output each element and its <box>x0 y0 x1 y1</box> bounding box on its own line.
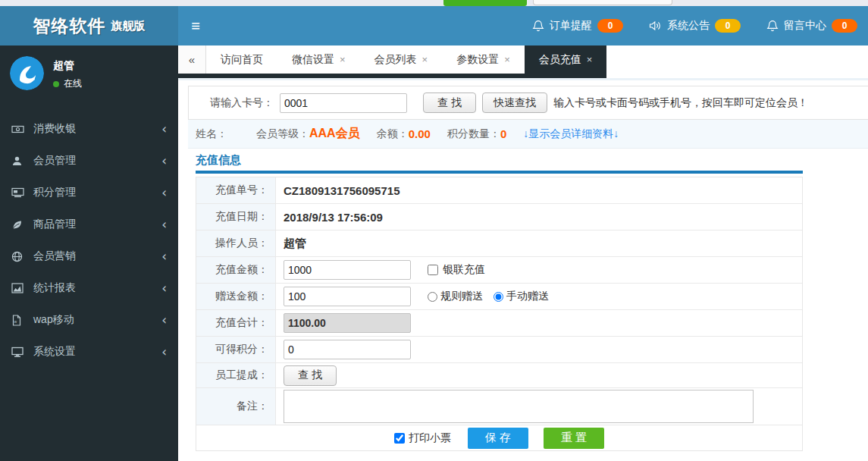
order-number-label: 充值单号： <box>196 177 276 203</box>
tab-home[interactable]: 访问首页 <box>206 45 277 74</box>
operator-row: 操作人员： 超管 <box>196 230 802 256</box>
order-alert-badge: 0 <box>597 19 623 33</box>
brand-edition: 旗舰版 <box>111 19 146 33</box>
sidebar-toggle-icon[interactable]: ≡ <box>178 6 213 45</box>
sidebar-item-label: 系统设置 <box>33 345 76 359</box>
recharge-amount-label: 充值金额： <box>196 257 276 283</box>
member-detail-link[interactable]: ↓显示会员详细资料↓ <box>523 127 619 141</box>
sidebar-item-cashier[interactable]: 消费收银 ‹ <box>0 113 178 145</box>
tab-label: 访问首页 <box>221 53 263 67</box>
tab-wechat-settings[interactable]: 微信设置 × <box>277 45 360 74</box>
money-icon <box>11 124 27 135</box>
leaf-icon <box>11 219 27 230</box>
sidebar: 超管 在线 消费收银 ‹ 会员管理 ‹ <box>0 45 178 461</box>
manual-gift-radio[interactable] <box>494 292 503 302</box>
sidebar-item-reports[interactable]: 统计报表 ‹ <box>0 272 178 304</box>
globe-icon <box>11 251 27 262</box>
sidebar-item-products[interactable]: 商品管理 ‹ <box>0 209 178 240</box>
sidebar-item-label: 积分管理 <box>33 186 76 199</box>
print-receipt-option[interactable]: 打印小票 <box>394 431 451 445</box>
order-number-row: 充值单号： CZ1809131756095715 <box>196 177 802 203</box>
member-points-label: 积分数量： <box>447 127 500 141</box>
unionpay-checkbox[interactable] <box>428 265 438 275</box>
note-label: 备注： <box>196 388 276 425</box>
close-icon[interactable]: × <box>587 54 593 65</box>
bell-icon <box>766 20 779 33</box>
tab-member-recharge[interactable]: 会员充值 × <box>525 45 607 74</box>
chevron-left-icon: ‹ <box>161 346 167 359</box>
save-button[interactable]: 保 存 <box>468 428 528 449</box>
sidebar-item-label: 商品管理 <box>33 218 76 231</box>
recharge-date-label: 充值日期： <box>196 204 276 230</box>
chevron-left-icon: ‹ <box>161 187 167 199</box>
manual-gift-label[interactable]: 手动赠送 <box>506 290 549 303</box>
brand-title: 智络软件 <box>33 14 106 38</box>
sidebar-item-settings[interactable]: 系统设置 ‹ <box>0 336 178 368</box>
tab-label: 参数设置 <box>456 53 499 67</box>
tab-member-list[interactable]: 会员列表 × <box>360 45 443 74</box>
chevron-left-icon: ‹ <box>161 250 167 263</box>
member-points-value: 0 <box>500 127 506 140</box>
tab-bar: « 访问首页 微信设置 × 会员列表 × 参数设置 × 会员充值 × <box>178 45 606 78</box>
sidebar-item-label: 消费收银 <box>33 122 76 136</box>
recharge-amount-row: 充值金额： 银联充值 <box>196 256 802 283</box>
rule-gift-label[interactable]: 规则赠送 <box>440 290 483 303</box>
member-name-label: 姓名： <box>196 127 227 141</box>
recharge-amount-input[interactable] <box>284 260 411 280</box>
search-hint-text: 输入卡号或卡面号码或手机号，按回车即可定位会员！ <box>553 96 808 110</box>
user-status: 在线 <box>53 77 82 90</box>
browser-remnant-strip <box>0 0 868 6</box>
close-icon[interactable]: × <box>340 54 346 65</box>
earn-points-input[interactable] <box>284 340 411 359</box>
sidebar-item-label: 会员营销 <box>33 249 76 263</box>
user-icon <box>11 155 27 167</box>
member-level-value: AAA会员 <box>309 126 360 142</box>
sidebar-item-wap[interactable]: w wap移动 ‹ <box>0 304 178 336</box>
message-center-item[interactable]: 留言中心 0 <box>766 19 857 33</box>
note-textarea[interactable] <box>284 390 754 423</box>
member-balance-label: 余额： <box>377 127 409 141</box>
recharge-form: 充值单号： CZ1809131756095715 充值日期： 2018/9/13… <box>196 177 803 451</box>
main-content: « 访问首页 微信设置 × 会员列表 × 参数设置 × 会员充值 × <box>178 45 868 461</box>
operator-value: 超管 <box>276 230 802 256</box>
commission-find-button[interactable]: 查 找 <box>284 365 337 386</box>
gift-amount-row: 赠送金额： 规则赠送 手动赠送 <box>196 283 802 309</box>
app-logo[interactable]: 智络软件 旗舰版 <box>0 6 178 45</box>
speaker-icon <box>649 20 662 32</box>
member-info-bar: 姓名： 会员等级： AAA会员 余额： 0.00 积分数量： 0 ↓显示会员详细… <box>188 120 868 149</box>
section-underline <box>196 171 803 174</box>
rule-gift-radio[interactable] <box>428 292 437 302</box>
form-footer-row: 打印小票 保 存 重 置 <box>196 425 802 450</box>
recharge-section-title: 充值信息 <box>196 153 241 168</box>
close-icon[interactable]: × <box>422 54 428 65</box>
sidebar-item-points[interactable]: 积分管理 ‹ <box>0 177 178 209</box>
reset-button[interactable]: 重 置 <box>544 428 604 449</box>
avatar <box>10 56 44 90</box>
chevron-left-icon: ‹ <box>161 155 167 168</box>
card-number-input[interactable] <box>280 93 407 113</box>
file-icon: w <box>11 315 27 326</box>
find-button[interactable]: 查 找 <box>423 93 476 113</box>
tabs-collapse-icon[interactable]: « <box>178 45 206 74</box>
sidebar-item-members[interactable]: 会员管理 ‹ <box>0 145 178 177</box>
earn-points-label: 可得积分： <box>196 337 276 362</box>
user-panel: 超管 在线 <box>0 45 178 99</box>
desktop-icon <box>11 347 27 358</box>
chevron-left-icon: ‹ <box>161 123 167 136</box>
unionpay-option[interactable]: 银联充值 <box>428 263 485 277</box>
sidebar-item-marketing[interactable]: 会员营销 ‹ <box>0 240 178 272</box>
close-icon[interactable]: × <box>504 54 510 65</box>
browser-green-fragment <box>443 0 527 6</box>
print-receipt-checkbox[interactable] <box>394 433 405 444</box>
order-alert-item[interactable]: 订单提醒 0 <box>532 19 623 33</box>
top-header: 智络软件 旗舰版 ≡ 订单提醒 0 系统公告 0 <box>0 6 868 45</box>
tab-parameter-settings[interactable]: 参数设置 × <box>442 45 525 74</box>
card-icon <box>11 187 27 198</box>
gift-amount-input[interactable] <box>284 287 411 306</box>
sidebar-menu: 消费收银 ‹ 会员管理 ‹ 积分管理 ‹ 商品 <box>0 113 178 368</box>
order-number-value: CZ1809131756095715 <box>276 177 802 203</box>
card-number-label: 请输入卡号： <box>189 96 274 110</box>
system-notice-item[interactable]: 系统公告 0 <box>649 19 741 33</box>
quick-find-button[interactable]: 快速查找 <box>482 93 547 113</box>
tab-label: 会员充值 <box>539 53 581 67</box>
